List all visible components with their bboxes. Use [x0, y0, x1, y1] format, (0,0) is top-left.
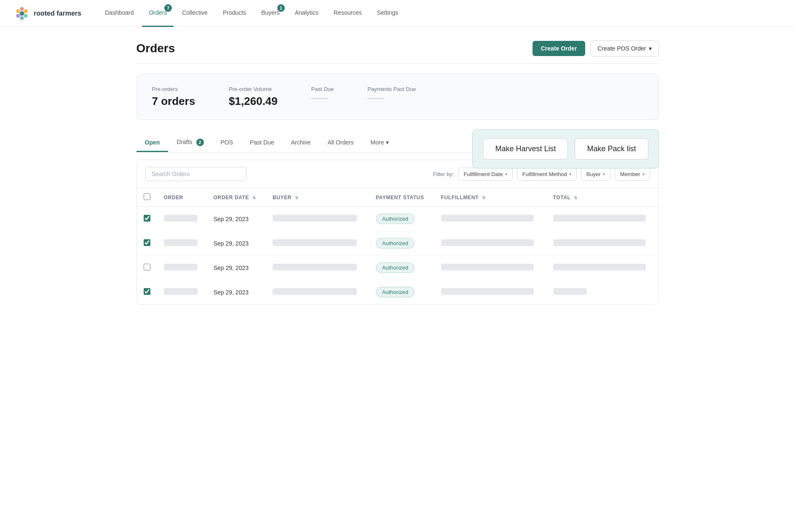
pre-orders-label: Pre-orders [152, 86, 195, 92]
filter-member[interactable]: Member ▾ [615, 168, 650, 181]
pre-orders-value: 7 orders [152, 95, 195, 108]
col-order-date[interactable]: ORDER DATE ⇅ [207, 188, 266, 207]
tab-all-orders[interactable]: All Orders [319, 134, 362, 152]
tab-archive[interactable]: Archive [283, 134, 319, 152]
fulfillment-cell [434, 231, 546, 256]
svg-point-3 [20, 16, 24, 20]
row-checkbox[interactable] [144, 215, 150, 222]
buyer-cell [266, 231, 369, 256]
svg-point-5 [16, 9, 20, 13]
nav-item-orders[interactable]: Orders 7 [142, 0, 174, 27]
payments-past-due-label: Payments Past Due [367, 86, 416, 92]
row-checkbox-cell [137, 280, 157, 305]
filter-fulfillment-date[interactable]: Fullfillment Date ▾ [458, 168, 512, 181]
status-badge: Authorized [376, 214, 415, 224]
table-row: Sep 29, 2023 Authorized [137, 231, 658, 256]
page-title: Orders [137, 42, 175, 55]
table-row: Sep 29, 2023 Authorized [137, 280, 658, 305]
tab-pos[interactable]: POS [212, 134, 242, 152]
sort-icon: ⇅ [252, 195, 256, 200]
fulfillment-cell [434, 207, 546, 231]
buyer-cell [266, 280, 369, 305]
logo-icon [13, 5, 30, 22]
create-pos-order-button[interactable]: Create POS Order ▾ [590, 40, 658, 56]
status-badge: Authorized [376, 287, 415, 297]
sort-icon: ⇅ [295, 195, 299, 200]
order-cell [157, 256, 207, 280]
order-date-cell: Sep 29, 2023 [207, 256, 266, 280]
table-row: Sep 29, 2023 Authorized [137, 207, 658, 231]
tab-open[interactable]: Open [137, 134, 169, 152]
nav-item-buyers[interactable]: Buyers 1 [254, 0, 286, 27]
nav-item-resources[interactable]: Resources [327, 0, 369, 27]
col-buyer[interactable]: BUYER ⇅ [266, 188, 369, 207]
make-harvest-list-button[interactable]: Make Harvest List [483, 138, 568, 160]
nav-item-settings[interactable]: Settings [370, 0, 405, 27]
stat-payments-past-due: Payments Past Due [367, 86, 416, 108]
nav-item-dashboard[interactable]: Dashboard [98, 0, 141, 27]
filter-buyer[interactable]: Buyer ▾ [581, 168, 610, 181]
chevron-down-icon: ▾ [642, 172, 645, 176]
tab-more[interactable]: More ▾ [362, 134, 397, 152]
col-total[interactable]: TOTAL ⇅ [546, 188, 658, 207]
orders-badge: 7 [164, 4, 172, 12]
svg-point-1 [24, 9, 28, 13]
buyer-skeleton [273, 264, 357, 270]
stat-pre-order-volume: Pre-order Volume $1,260.49 [229, 86, 278, 108]
nav-item-products[interactable]: Products [216, 0, 253, 27]
pre-order-volume-value: $1,260.49 [229, 95, 278, 108]
row-checkbox[interactable] [144, 239, 150, 246]
payment-status-cell: Authorized [369, 231, 434, 256]
total-cell [546, 207, 658, 231]
status-badge: Authorized [376, 262, 415, 273]
orders-table-area: Filter by: Fullfillment Date ▾ Fulfillme… [137, 160, 659, 305]
fulfillment-skeleton [441, 264, 534, 270]
payments-past-due-dash [367, 98, 384, 99]
logo[interactable]: rooted farmers [13, 5, 81, 22]
svg-point-0 [20, 7, 24, 11]
order-skeleton [164, 239, 198, 246]
order-date-cell: Sep 29, 2023 [207, 207, 266, 231]
search-input[interactable] [145, 167, 246, 181]
col-order: ORDER [157, 188, 207, 207]
order-skeleton [164, 215, 198, 222]
tab-past-due[interactable]: Past Due [241, 134, 283, 152]
nav-items: Dashboard Orders 7 Collective Products B… [98, 0, 405, 27]
create-order-button[interactable]: Create Order [533, 41, 586, 56]
total-cell [546, 256, 658, 280]
page-header: Orders Create Order Create POS Order ▾ [137, 40, 659, 56]
make-pack-list-button[interactable]: Make Pack list [575, 138, 648, 160]
filter-fulfillment-method[interactable]: Fulfillment Method ▾ [517, 168, 577, 181]
stat-pre-orders: Pre-orders 7 orders [152, 86, 195, 108]
orders-table: ORDER ORDER DATE ⇅ BUYER ⇅ PAYMENT STATU… [137, 188, 658, 304]
total-skeleton [553, 264, 646, 270]
buyer-cell [266, 256, 369, 280]
filter-by-label: Filter by: [433, 171, 454, 177]
table-header: ORDER ORDER DATE ⇅ BUYER ⇅ PAYMENT STATU… [137, 188, 658, 207]
chevron-down-icon: ▾ [603, 172, 605, 176]
order-skeleton [164, 288, 198, 295]
sort-icon: ⇅ [482, 195, 486, 200]
buyer-cell [266, 207, 369, 231]
row-checkbox-cell [137, 256, 157, 280]
buyer-skeleton [273, 288, 357, 295]
nav-item-analytics[interactable]: Analytics [288, 0, 325, 27]
total-cell [546, 231, 658, 256]
total-cell [546, 280, 658, 305]
order-cell [157, 280, 207, 305]
col-fulfillment[interactable]: FULFILLMENT ⇅ [434, 188, 546, 207]
svg-point-6 [20, 11, 24, 16]
payment-status-cell: Authorized [369, 256, 434, 280]
stat-past-due: Past Due [311, 86, 334, 108]
svg-point-4 [16, 13, 20, 17]
buyers-badge: 1 [277, 4, 285, 12]
row-checkbox[interactable] [144, 264, 150, 270]
buyer-skeleton [273, 215, 357, 222]
row-checkbox[interactable] [144, 288, 150, 295]
filter-row: Filter by: Fullfillment Date ▾ Fulfillme… [433, 168, 650, 181]
harvest-pack-popup: Make Harvest List Make Pack list [472, 129, 658, 168]
nav-item-collective[interactable]: Collective [175, 0, 214, 27]
select-all-checkbox[interactable] [144, 193, 150, 200]
tab-drafts[interactable]: Drafts 2 [168, 134, 212, 152]
table-row: Sep 29, 2023 Authorized [137, 256, 658, 280]
